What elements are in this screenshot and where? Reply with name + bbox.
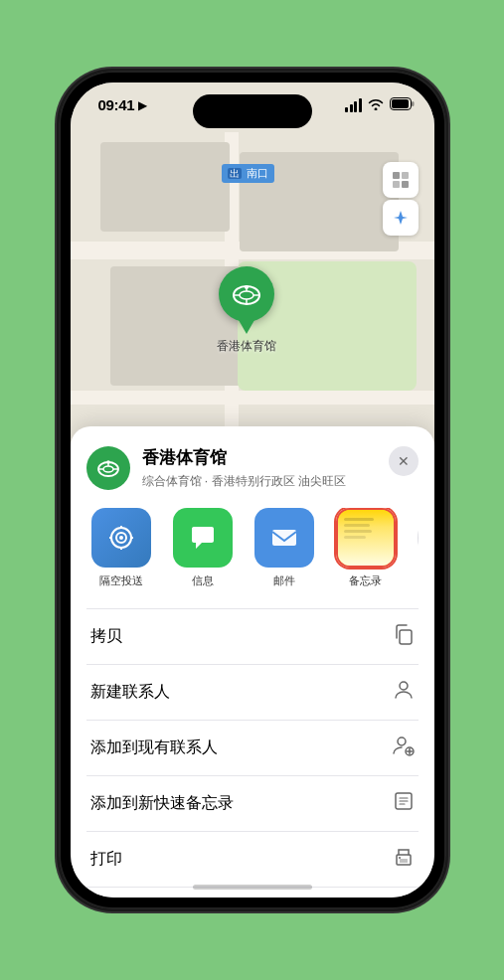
location-icon: ▶ — [138, 98, 147, 112]
map-road-horizontal-2 — [71, 391, 434, 405]
share-row: 隔空投送 信息 — [86, 508, 419, 588]
share-item-more[interactable]: 推 — [413, 508, 419, 588]
status-time: 09:41 — [98, 96, 135, 113]
svg-point-29 — [400, 682, 408, 690]
airdrop-icon — [91, 508, 151, 568]
signal-icon — [345, 98, 362, 112]
close-button[interactable]: ✕ — [389, 446, 419, 476]
action-row-quick-note[interactable]: 添加到新快速备忘录 — [86, 775, 419, 831]
stadium-icon — [230, 277, 263, 311]
action-copy-label: 拷贝 — [90, 626, 122, 647]
share-item-airdrop[interactable]: 隔空投送 — [86, 508, 156, 588]
action-print-label: 打印 — [90, 849, 122, 870]
note-icon — [393, 790, 415, 817]
airdrop-label: 隔空投送 — [99, 573, 143, 588]
svg-point-40 — [399, 857, 401, 859]
svg-point-8 — [240, 291, 253, 299]
home-indicator — [193, 885, 312, 890]
svg-point-30 — [398, 737, 406, 745]
wifi-icon — [368, 97, 384, 113]
location-button[interactable] — [383, 200, 419, 236]
bottom-sheet: 香港体育馆 综合体育馆 · 香港特别行政区 油尖旺区 ✕ — [71, 426, 434, 898]
share-item-message[interactable]: 信息 — [168, 508, 238, 588]
mail-icon — [254, 508, 314, 568]
svg-rect-28 — [400, 630, 412, 644]
location-pin: 香港体育馆 — [217, 266, 276, 355]
mail-label: 邮件 — [273, 573, 295, 588]
print-icon — [393, 846, 415, 873]
action-quick-note-label: 添加到新快速备忘录 — [90, 793, 234, 814]
phone-frame: 09:41 ▶ — [59, 71, 446, 909]
person-add-icon — [393, 735, 415, 761]
pin-tail — [239, 320, 254, 334]
copy-icon — [393, 623, 415, 650]
svg-rect-4 — [402, 172, 409, 179]
venue-info: 香港体育馆 综合体育馆 · 香港特别行政区 油尖旺区 — [142, 446, 389, 490]
pin-label: 香港体育馆 — [217, 338, 276, 355]
svg-rect-27 — [272, 530, 296, 546]
venue-icon — [86, 446, 130, 490]
svg-rect-1 — [392, 99, 409, 108]
phone-screen: 09:41 ▶ — [71, 82, 434, 898]
dynamic-island — [193, 94, 312, 128]
action-row-print[interactable]: 打印 — [86, 831, 419, 888]
more-icon — [418, 508, 419, 568]
pin-circle — [219, 266, 274, 322]
svg-rect-39 — [400, 859, 408, 863]
map-controls — [383, 162, 419, 236]
battery-icon — [390, 96, 415, 114]
svg-point-15 — [103, 466, 113, 472]
action-row-add-contact[interactable]: 添加到现有联系人 — [86, 720, 419, 775]
venue-name: 香港体育馆 — [142, 446, 389, 469]
action-row-copy[interactable]: 拷贝 — [86, 608, 419, 664]
map-label-nankou: 南口 — [222, 164, 274, 183]
svg-point-22 — [119, 536, 123, 540]
action-row-new-contact[interactable]: 新建联系人 — [86, 664, 419, 720]
notes-label: 备忘录 — [349, 573, 382, 588]
svg-rect-3 — [393, 172, 400, 179]
status-icons — [345, 96, 415, 114]
venue-header: 香港体育馆 综合体育馆 · 香港特别行政区 油尖旺区 ✕ — [86, 446, 419, 490]
svg-point-19 — [106, 460, 110, 464]
venue-stadium-icon — [95, 455, 121, 481]
map-type-button[interactable] — [383, 162, 419, 198]
svg-rect-2 — [412, 101, 415, 106]
map-block-1 — [100, 142, 230, 232]
action-new-contact-label: 新建联系人 — [90, 682, 170, 703]
message-label: 信息 — [192, 573, 214, 588]
action-add-contact-label: 添加到现有联系人 — [90, 737, 218, 758]
share-item-mail[interactable]: 邮件 — [250, 508, 319, 588]
notes-icon — [336, 508, 396, 568]
person-icon — [393, 679, 415, 706]
message-icon — [173, 508, 233, 568]
venue-description: 综合体育馆 · 香港特别行政区 油尖旺区 — [142, 473, 389, 490]
svg-point-13 — [245, 285, 249, 289]
share-item-notes[interactable]: 备忘录 — [331, 508, 401, 588]
svg-rect-6 — [402, 181, 409, 188]
svg-rect-5 — [393, 181, 400, 188]
